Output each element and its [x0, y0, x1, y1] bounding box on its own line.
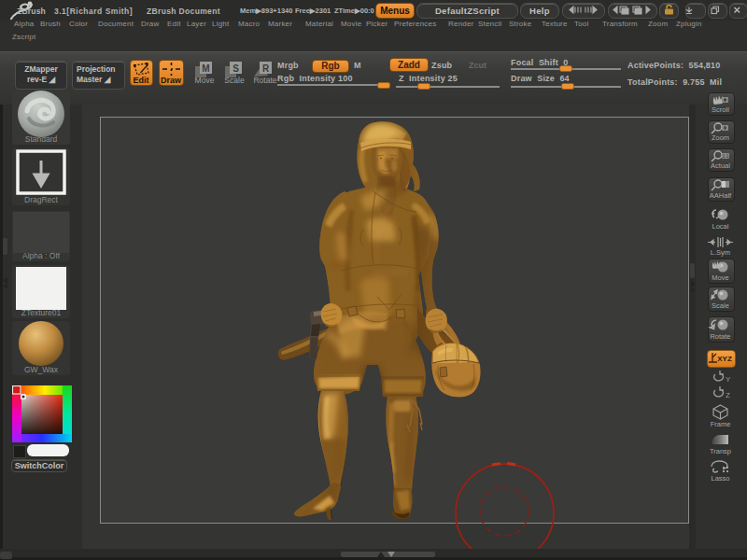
svg-text:Scroll: Scroll: [712, 105, 729, 114]
svg-text:Edit: Edit: [134, 76, 149, 85]
svg-text:Lasso: Lasso: [711, 474, 729, 483]
svg-text:Actual: Actual: [711, 161, 730, 170]
svg-text:1:1: 1:1: [723, 153, 729, 159]
svg-text:Move: Move: [712, 273, 728, 282]
svg-text:Rotate: Rotate: [253, 76, 276, 85]
svg-text:Transp: Transp: [710, 447, 731, 455]
svg-text:Y: Y: [726, 375, 731, 384]
svg-text:Zoom: Zoom: [712, 133, 729, 142]
svg-text:Scale: Scale: [224, 76, 245, 85]
svg-text:XYZ: XYZ: [717, 355, 732, 363]
svg-text:R: R: [262, 63, 270, 74]
svg-text:Local: Local: [712, 222, 729, 231]
svg-text:Rotate: Rotate: [710, 332, 730, 341]
svg-text:M: M: [202, 63, 209, 74]
svg-text:S: S: [233, 63, 239, 74]
svg-text:Frame: Frame: [711, 420, 731, 428]
svg-text:Draw: Draw: [161, 76, 182, 85]
svg-text:AAHalf: AAHalf: [710, 191, 732, 200]
svg-text:Z: Z: [726, 391, 730, 399]
svg-text:Move: Move: [195, 76, 215, 85]
svg-text:Scale: Scale: [712, 301, 729, 310]
svg-text:L.Sym: L.Sym: [711, 248, 730, 257]
